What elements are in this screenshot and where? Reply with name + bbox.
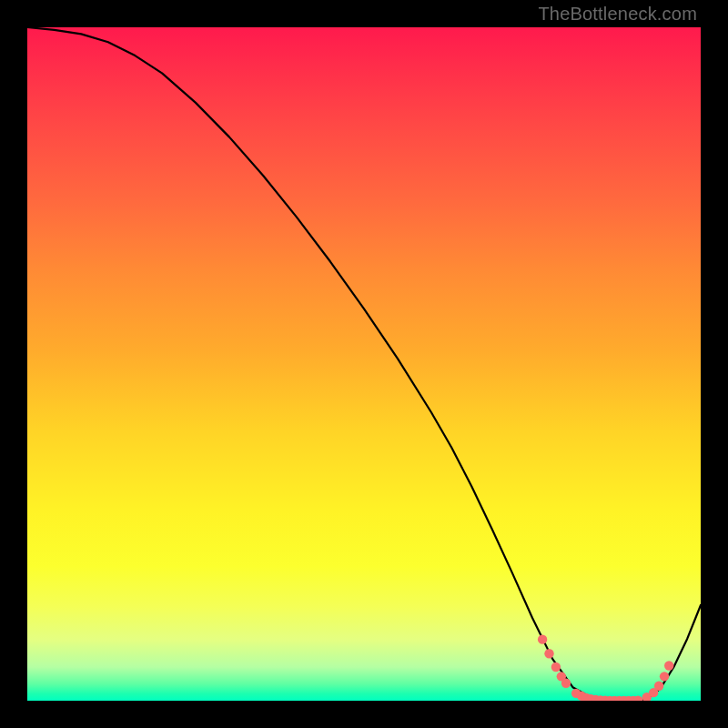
curve-marker [660, 672, 669, 681]
curve-markers [538, 634, 674, 701]
watermark-text: TheBottleneck.com [538, 4, 697, 25]
curve-marker [561, 679, 571, 688]
bottleneck-curve [27, 27, 701, 701]
curve-layer [27, 27, 701, 701]
plot-area [27, 27, 701, 701]
curve-marker [551, 662, 561, 672]
curve-marker [538, 634, 547, 643]
curve-marker [664, 661, 673, 670]
curve-marker [654, 682, 663, 691]
curve-marker [544, 649, 553, 658]
chart-frame: TheBottleneck.com [0, 0, 728, 728]
